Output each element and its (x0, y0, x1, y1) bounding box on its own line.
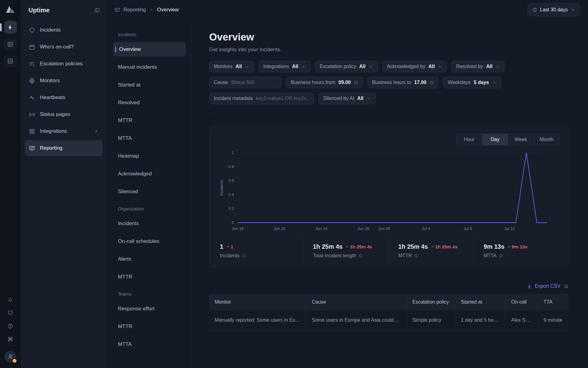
incidents-line-chart: 00.20.40.60.81Jun 16Jun 20Jun 24Jun 28Ju… (218, 149, 560, 234)
date-range-button[interactable]: Last 30 days (528, 3, 580, 16)
filter-integrations[interactable]: Integrations All (259, 61, 311, 72)
incident-metadata-input[interactable] (256, 96, 309, 101)
product-telemetry-button[interactable] (4, 55, 17, 67)
breadcrumb-section[interactable]: Reporting (123, 7, 146, 13)
subnav-item-org-mttr[interactable]: MTTR (113, 270, 186, 284)
subnav-item-silenced[interactable]: Silenced (113, 184, 186, 199)
info-icon[interactable] (499, 254, 503, 258)
collapse-sidebar-icon[interactable] (94, 7, 100, 13)
filter-value: All (428, 64, 435, 69)
filter-monitors[interactable]: Monitors All (209, 61, 254, 72)
filter-value: 5 days (474, 80, 489, 85)
sidebar-item-monitors[interactable]: Monitors (25, 73, 103, 89)
info-icon[interactable] (358, 254, 363, 258)
table-row[interactable]: Manually reported: Some users in Europe … (209, 310, 568, 330)
filter-escalation-policy[interactable]: Escalation policy All (315, 61, 378, 72)
broadcast-icon (29, 111, 35, 118)
trend-up-icon (226, 245, 230, 249)
subnav-item-manual-incidents[interactable]: Manual incidents (113, 60, 186, 74)
filter-value: All (359, 64, 365, 69)
subnav-item-alerts[interactable]: Alerts (113, 252, 186, 266)
filter-business-hours-to[interactable]: Business hours to 17.00 (368, 77, 439, 88)
stat-delta-value: 1 (231, 244, 233, 249)
svg-text:0.4: 0.4 (228, 192, 234, 197)
sidebar-item-integrations[interactable]: Integrations (25, 123, 103, 139)
filters-panel: Monitors All Integrations All Escalation… (209, 61, 568, 113)
product-logs-button[interactable] (4, 38, 17, 51)
subnav-item-mttr[interactable]: MTTR (113, 113, 186, 128)
period-week-button[interactable]: Week (508, 134, 533, 145)
subnav-item-teams-mttr[interactable]: MTTR (113, 319, 186, 334)
subnav-item-overview[interactable]: Overview (113, 42, 186, 56)
topbar: Reporting Overview Last 30 days (107, 0, 588, 20)
filter-label: Acknowledged by (387, 64, 425, 69)
subnav-item-on-call-schedules[interactable]: On-call schedules (113, 234, 186, 248)
subnav-item-label: Manual incidents (118, 64, 157, 70)
period-day-button[interactable]: Day (482, 134, 508, 145)
info-icon[interactable] (242, 254, 246, 258)
app-logo[interactable] (6, 5, 15, 13)
subnav-section-incidents: Incidents Overview Manual incidents Star… (113, 32, 186, 199)
filter-cause[interactable]: Cause (209, 77, 281, 88)
shortcuts-icon[interactable]: ⌘ (7, 336, 13, 342)
clock-icon (532, 7, 537, 12)
product-switcher (4, 21, 17, 67)
product-uptime-button[interactable] (4, 21, 17, 34)
table-header-row: Monitor Cause Escalation policy Started … (209, 294, 568, 310)
filter-acknowledged-by[interactable]: Acknowledged by All (383, 61, 447, 72)
trend-up-icon (507, 245, 511, 249)
subnav-item-acknowledged[interactable]: Acknowledged (113, 167, 186, 181)
subnav-item-teams-mtta[interactable]: MTTA (113, 337, 186, 351)
filter-resolved-by[interactable]: Resolved by All (451, 61, 505, 72)
subnav-item-resolved[interactable]: Resolved (113, 95, 186, 110)
sidebar-item-label: Who's on-call? (40, 44, 74, 50)
sidebar-item-status-pages[interactable]: Status pages (25, 106, 103, 122)
period-hour-button[interactable]: Hour (456, 134, 482, 145)
filter-label: Business hours to (372, 80, 411, 85)
filter-business-hours-from[interactable]: Business hours from 09.00 (286, 77, 363, 88)
cell-monitor[interactable]: Manually reported: Some users in Europe … (209, 310, 306, 330)
filter-incident-metadata[interactable]: Incident metadata (209, 93, 314, 104)
sidebar-item-escalation-policies[interactable]: Escalation policies (25, 56, 103, 72)
sidebar-item-incidents[interactable]: Incidents (25, 22, 103, 38)
breadcrumb-current: Overview (157, 7, 179, 13)
info-icon[interactable] (414, 254, 418, 258)
subnav-item-label: MTTR (118, 324, 132, 330)
export-csv-button[interactable]: Export CSV (527, 283, 560, 289)
col-escalation-policy: Escalation policy (407, 294, 455, 310)
svg-text:Jun 30: Jun 30 (378, 226, 390, 231)
filter-label: Monitors (214, 64, 232, 69)
svg-text:0.6: 0.6 (228, 178, 234, 183)
stat-label: Incidents (220, 253, 303, 259)
subnav-item-heatmap[interactable]: Heatmap (113, 149, 186, 163)
filter-weekdays[interactable]: Weekdays 5 days (443, 77, 501, 88)
subnav-item-label: Resolved (118, 100, 140, 106)
period-month-button[interactable]: Month (533, 134, 559, 145)
page-subtitle: Get insights into your incidents. (209, 47, 568, 53)
chevron-down-icon (301, 64, 306, 69)
subnav-item-org-incidents[interactable]: Incidents (113, 216, 186, 231)
cell-escalation-policy: Simple policy (407, 310, 455, 330)
cause-input[interactable] (231, 80, 277, 85)
sidebar-item-heartbeats[interactable]: Heartbeats (25, 90, 103, 105)
content-row: Incidents Overview Manual incidents Star… (107, 20, 588, 368)
sidebar-item-reporting[interactable]: Reporting (25, 140, 103, 156)
subnav-section-organization: Organization Incidents On-call schedules… (113, 206, 186, 284)
user-avatar[interactable] (5, 351, 16, 362)
subnav-item-mtta[interactable]: MTTA (113, 131, 186, 145)
stat-label-text: MTTR (398, 253, 412, 259)
svg-text:Jun 16: Jun 16 (232, 226, 243, 231)
notifications-bell-icon[interactable] (7, 297, 13, 303)
chat-icon[interactable] (7, 310, 13, 316)
col-tta: TTA (538, 294, 568, 310)
subnav-item-response-effort[interactable]: Response effort (113, 301, 186, 316)
lightning-icon (7, 24, 13, 31)
subnav-item-started-at[interactable]: Started at (113, 78, 186, 92)
page-title: Overview (209, 31, 568, 43)
report-icon (114, 7, 120, 13)
help-icon[interactable] (7, 323, 13, 329)
sidebar-item-label: Heartbeats (40, 94, 65, 101)
filter-silenced-by-ai[interactable]: Silenced by AI All (318, 93, 376, 104)
info-icon[interactable] (564, 284, 568, 289)
sidebar-item-whos-on-call[interactable]: Who's on-call? (25, 39, 103, 55)
